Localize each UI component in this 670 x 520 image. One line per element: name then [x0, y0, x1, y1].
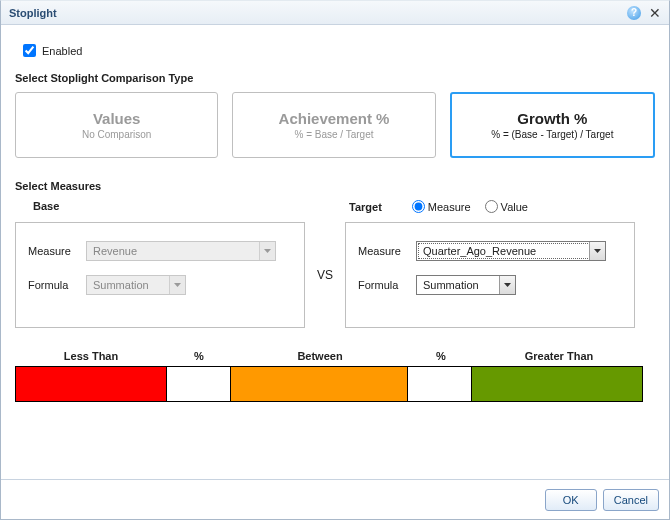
- base-panel: Measure Revenue Formula Summation: [15, 222, 305, 328]
- stoplight-dialog: Stoplight ? ✕ Enabled Select Stoplight C…: [0, 0, 670, 520]
- type-card-values[interactable]: Values No Comparison: [15, 92, 218, 158]
- measures-area: Base Target Measure Value: [15, 200, 655, 328]
- chevron-down-icon[interactable]: [589, 242, 605, 260]
- dialog-title: Stoplight: [9, 7, 627, 19]
- titlebar: Stoplight ? ✕: [1, 1, 669, 25]
- header-pct1: %: [167, 350, 231, 366]
- type-subtitle: % = (Base - Target) / Target: [491, 129, 613, 140]
- type-subtitle: No Comparison: [82, 129, 151, 140]
- radio-measure[interactable]: Measure: [412, 200, 471, 213]
- color-headers: Less Than % Between % Greater Than: [15, 350, 655, 366]
- target-measure-label: Measure: [358, 245, 416, 257]
- type-subtitle: % = Base / Target: [294, 129, 373, 140]
- ok-button[interactable]: OK: [545, 489, 597, 511]
- type-card-growth[interactable]: Growth % % = (Base - Target) / Target: [450, 92, 655, 158]
- type-title: Growth %: [517, 110, 587, 127]
- target-formula-value: Summation: [423, 279, 479, 291]
- radio-value[interactable]: Value: [485, 200, 528, 213]
- target-formula-label: Formula: [358, 279, 416, 291]
- svg-marker-1: [174, 283, 181, 287]
- base-measure-select: Revenue: [86, 241, 276, 261]
- target-panel: Measure Quarter_Ago_Revenue Formula Summ…: [345, 222, 635, 328]
- radio-measure-input[interactable]: [412, 200, 425, 213]
- color-thresholds: Less Than % Between % Greater Than: [15, 350, 655, 402]
- header-less-than: Less Than: [15, 350, 167, 366]
- color-swatch-orange[interactable]: [230, 366, 408, 402]
- cancel-button[interactable]: Cancel: [603, 489, 659, 511]
- header-pct2: %: [409, 350, 473, 366]
- type-title: Achievement %: [279, 110, 390, 127]
- radio-value-input[interactable]: [485, 200, 498, 213]
- base-formula-label: Formula: [28, 279, 86, 291]
- target-measure-value: Quarter_Ago_Revenue: [423, 245, 536, 257]
- chevron-down-icon[interactable]: [499, 276, 515, 294]
- threshold-input-low[interactable]: [166, 366, 232, 402]
- comparison-type-heading: Select Stoplight Comparison Type: [15, 72, 655, 84]
- dialog-footer: OK Cancel: [1, 479, 669, 519]
- svg-marker-2: [594, 249, 601, 253]
- svg-marker-0: [264, 249, 271, 253]
- radio-value-label: Value: [501, 201, 528, 213]
- chevron-down-icon: [169, 276, 185, 294]
- header-greater-than: Greater Than: [473, 350, 645, 366]
- target-type-radios: Measure Value: [412, 200, 528, 213]
- radio-measure-label: Measure: [428, 201, 471, 213]
- enabled-checkbox-row: Enabled: [19, 41, 655, 60]
- base-formula-select: Summation: [86, 275, 186, 295]
- base-measure-label: Measure: [28, 245, 86, 257]
- type-card-achievement[interactable]: Achievement % % = Base / Target: [232, 92, 435, 158]
- base-heading: Base: [15, 200, 305, 212]
- target-head: Target Measure Value: [345, 200, 635, 213]
- base-formula-value: Summation: [93, 279, 149, 291]
- svg-marker-3: [504, 283, 511, 287]
- color-row: [15, 366, 655, 402]
- color-swatch-green[interactable]: [471, 366, 643, 402]
- threshold-input-high[interactable]: [407, 366, 473, 402]
- base-measure-value: Revenue: [93, 245, 137, 257]
- measures-heading: Select Measures: [15, 180, 655, 192]
- vs-label: VS: [305, 222, 345, 328]
- chevron-down-icon: [259, 242, 275, 260]
- enabled-checkbox[interactable]: [23, 44, 36, 57]
- help-icon[interactable]: ?: [627, 6, 641, 20]
- close-icon[interactable]: ✕: [649, 6, 661, 20]
- comparison-type-row: Values No Comparison Achievement % % = B…: [15, 92, 655, 158]
- target-formula-select[interactable]: Summation: [416, 275, 516, 295]
- type-title: Values: [93, 110, 141, 127]
- target-measure-select[interactable]: Quarter_Ago_Revenue: [416, 241, 606, 261]
- target-heading: Target: [349, 201, 382, 213]
- enabled-label: Enabled: [42, 45, 82, 57]
- header-between: Between: [231, 350, 409, 366]
- color-swatch-red[interactable]: [15, 366, 167, 402]
